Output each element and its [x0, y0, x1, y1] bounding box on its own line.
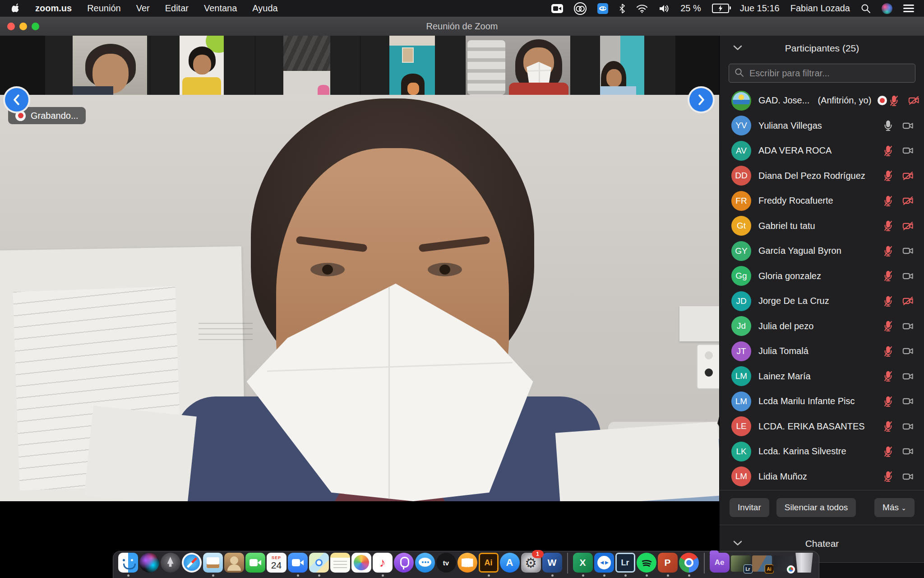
teamviewer-status-icon[interactable] — [597, 3, 608, 14]
participant-filter-input[interactable] — [748, 68, 910, 79]
calendar-dock-icon[interactable]: SEP24 — [267, 553, 286, 573]
chrome-dock-icon[interactable] — [679, 553, 699, 573]
mic-muted-icon[interactable] — [881, 194, 895, 208]
facetime-dock-icon[interactable] — [245, 553, 265, 573]
finder-dock-icon[interactable] — [118, 553, 138, 573]
teamviewer-dock-icon[interactable] — [594, 553, 614, 573]
mic-muted-icon[interactable] — [881, 395, 895, 408]
mail-dock-icon[interactable] — [203, 553, 223, 573]
video-off-icon[interactable] — [901, 294, 915, 308]
apple-menu-icon[interactable] — [11, 3, 20, 14]
participant-video-thumbnail[interactable] — [466, 36, 570, 95]
video-off-icon[interactable] — [901, 169, 915, 182]
participant-row[interactable]: JdJulia del pezo — [720, 314, 924, 339]
participant-video-thumbnail[interactable] — [571, 36, 675, 95]
video-on-icon[interactable] — [901, 319, 915, 333]
participant-row[interactable]: LKLcda. Karina Silvestre — [720, 439, 924, 464]
mic-muted-icon[interactable] — [881, 369, 895, 383]
mic-muted-icon[interactable] — [881, 219, 895, 233]
after-effects-folder-dock-icon[interactable]: Ae — [710, 553, 730, 573]
powerpoint-dock-icon[interactable]: P — [658, 553, 678, 573]
music-dock-icon[interactable]: ♪ — [373, 553, 393, 573]
video-on-icon[interactable] — [901, 269, 915, 283]
menu-ayuda[interactable]: Ayuda — [252, 3, 277, 14]
strip-previous-button[interactable] — [5, 88, 28, 112]
participant-video-thumbnail[interactable] — [45, 36, 150, 95]
photos-dock-icon[interactable] — [351, 553, 371, 573]
strip-next-button[interactable] — [689, 88, 713, 112]
participant-row[interactable]: JTJulia Tomalá — [720, 339, 924, 364]
spotify-dock-icon[interactable] — [637, 553, 656, 573]
menu-editar[interactable]: Editar — [165, 3, 189, 14]
mic-muted-icon[interactable] — [881, 345, 895, 358]
menu-reunion[interactable]: Reunión — [87, 3, 121, 14]
books-dock-icon[interactable] — [457, 553, 477, 573]
active-app-name[interactable]: zoom.us — [35, 3, 72, 14]
app-store-dock-icon[interactable]: A — [500, 553, 520, 573]
menu-ventana[interactable]: Ventana — [204, 3, 237, 14]
contacts-dock-icon[interactable] — [224, 553, 244, 573]
video-on-icon[interactable] — [901, 119, 915, 132]
participant-row[interactable]: GAD. Jose...(Anfitrión, yo) — [720, 88, 924, 113]
participant-row[interactable]: GtGabriel tu tatu — [720, 214, 924, 239]
video-off-icon[interactable] — [907, 94, 920, 107]
participant-row[interactable]: GgGloria gonzalez — [720, 264, 924, 289]
creative-cloud-icon[interactable] — [574, 2, 587, 15]
bluetooth-icon[interactable] — [619, 3, 625, 14]
video-off-icon[interactable] — [901, 194, 915, 208]
maps-dock-icon[interactable] — [309, 553, 329, 573]
mic-muted-icon[interactable] — [881, 244, 895, 258]
system-preferences-dock-icon[interactable]: ⚙1 — [521, 553, 541, 573]
launchpad-dock-icon[interactable] — [161, 553, 180, 573]
participant-filter-box[interactable] — [729, 64, 915, 83]
trash-dock-icon[interactable] — [795, 553, 814, 573]
spotlight-search-icon[interactable] — [861, 4, 871, 14]
video-on-icon[interactable] — [901, 470, 915, 483]
messages-dock-icon[interactable] — [415, 553, 435, 573]
video-on-icon[interactable] — [901, 144, 915, 158]
mute-all-button[interactable]: Silenciar a todos — [776, 498, 856, 517]
video-on-icon[interactable] — [901, 345, 915, 358]
video-on-icon[interactable] — [901, 445, 915, 458]
participant-row[interactable]: GYGarcía Yagual Byron — [720, 238, 924, 264]
illustrator-dock-icon[interactable]: Ai — [479, 553, 499, 573]
more-button[interactable]: Más ⌄ — [874, 498, 915, 517]
minimized-window-chrome-dock-icon[interactable] — [773, 553, 793, 572]
volume-icon[interactable] — [659, 4, 670, 13]
mic-muted-icon[interactable] — [881, 269, 895, 283]
participant-row[interactable]: LMLidia Muñoz — [720, 464, 924, 489]
video-on-icon[interactable] — [901, 420, 915, 433]
mic-muted-icon[interactable] — [887, 94, 901, 107]
collapse-chat-icon[interactable] — [733, 540, 742, 548]
participant-video-thumbnail[interactable] — [150, 36, 255, 95]
collapse-participants-icon[interactable] — [733, 44, 742, 52]
video-on-icon[interactable] — [901, 369, 915, 383]
podcasts-dock-icon[interactable] — [394, 553, 414, 573]
participant-video-thumbnail[interactable] — [360, 36, 465, 95]
siri-icon[interactable] — [882, 3, 892, 14]
mic-muted-icon[interactable] — [881, 420, 895, 433]
menu-bar-clock[interactable]: Jue 15:16 — [740, 3, 780, 14]
menu-ver[interactable]: Ver — [136, 3, 150, 14]
siri-dock-icon[interactable] — [139, 553, 159, 573]
mic-muted-icon[interactable] — [881, 169, 895, 182]
zoom-dock-icon[interactable] — [288, 553, 308, 573]
mic-muted-icon[interactable] — [881, 470, 895, 483]
video-status-icon[interactable] — [551, 4, 563, 13]
participant-row[interactable]: DDDiana Del Pezo Rodríguez — [720, 163, 924, 189]
invite-button[interactable]: Invitar — [730, 498, 769, 517]
mic-muted-icon[interactable] — [881, 319, 895, 333]
mic-muted-icon[interactable] — [881, 144, 895, 158]
minimized-window-lightroom-dock-icon[interactable]: Lr — [731, 553, 751, 572]
video-off-icon[interactable] — [901, 219, 915, 233]
participant-row[interactable]: FRFreddy Rocafuerte — [720, 188, 924, 214]
notification-center-icon[interactable] — [903, 5, 914, 12]
active-speaker-video[interactable]: Grabando... — [0, 95, 719, 501]
video-on-icon[interactable] — [901, 395, 915, 408]
participant-row[interactable]: LMLainez María — [720, 364, 924, 389]
participant-row[interactable]: LELCDA. ERIKA BASANTES — [720, 414, 924, 439]
excel-dock-icon[interactable]: X — [573, 553, 593, 573]
safari-dock-icon[interactable] — [182, 553, 202, 573]
mic-on-icon[interactable] — [881, 119, 895, 132]
mic-muted-icon[interactable] — [881, 445, 895, 458]
